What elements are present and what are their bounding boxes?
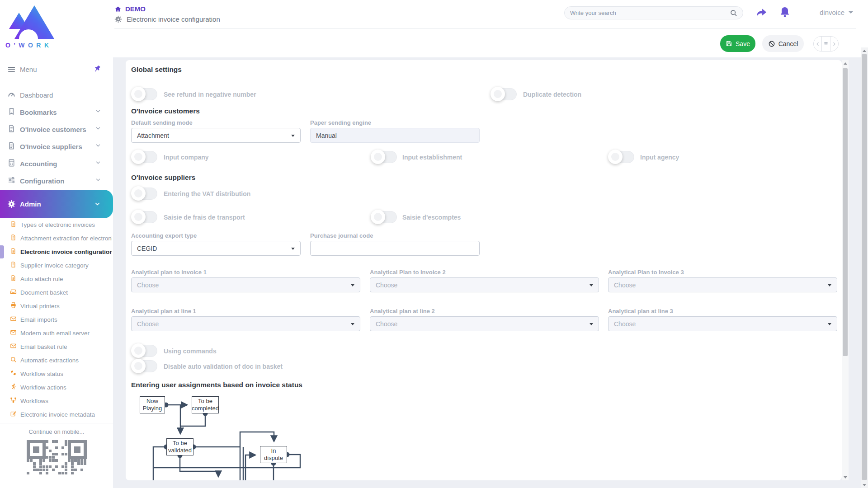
file-icon xyxy=(10,248,17,256)
admin-item-electronic-invoice-metadata[interactable]: Electronic invoice metadata xyxy=(0,408,113,421)
workflow-node-now-playing[interactable]: Now Playing xyxy=(140,396,165,413)
section-title-customers: O'Invoice customers xyxy=(131,107,200,115)
file-icon xyxy=(10,221,17,229)
app-window: O'WORK Menu Dashboard Bookmarks O'Invoic… xyxy=(0,0,868,488)
sidebar: O'WORK Menu Dashboard Bookmarks O'Invoic… xyxy=(0,0,113,488)
sidebar-menu-header[interactable]: Menu xyxy=(0,63,113,78)
section-title-workflow: Entering user assignments based on invoi… xyxy=(131,381,302,389)
input-establishment-toggle[interactable] xyxy=(372,151,397,163)
admin-item-email-imports[interactable]: Email imports xyxy=(0,313,113,326)
analytical-plan-line-3-select[interactable]: Choose xyxy=(608,316,837,331)
record-pager xyxy=(813,36,839,52)
input-company-toggle[interactable] xyxy=(132,151,157,163)
bookmark-icon xyxy=(7,107,16,117)
save-button[interactable]: Save xyxy=(720,35,755,52)
next-record-button[interactable] xyxy=(830,37,838,51)
discount-entry-toggle[interactable] xyxy=(372,211,397,223)
record-list-button[interactable] xyxy=(821,37,830,51)
admin-item-email-basket-rule[interactable]: Email basket rule xyxy=(0,340,113,353)
accounting-export-type-select[interactable]: CEGID xyxy=(131,241,301,256)
mobile-hint-label: Continue on mobile... xyxy=(0,428,113,435)
calculator-icon xyxy=(7,159,16,169)
envelope-icon xyxy=(10,343,17,351)
refund-negative-toggle[interactable] xyxy=(132,88,157,100)
select-caret-icon xyxy=(351,284,354,286)
gauge-icon xyxy=(7,90,16,100)
file-icon xyxy=(10,275,17,283)
transport-fees-toggle[interactable] xyxy=(132,211,157,223)
breadcrumb[interactable]: DEMO xyxy=(114,5,146,13)
cancel-button[interactable]: Cancel xyxy=(762,35,804,52)
bell-icon[interactable] xyxy=(778,6,791,19)
admin-item-attachment-extraction[interactable]: Attachment extraction for electroni xyxy=(0,232,113,245)
admin-item-workflows[interactable]: Workflows xyxy=(0,394,113,408)
brand-logo[interactable]: O'WORK xyxy=(5,3,58,50)
workflow-node-to-be-validated[interactable]: To be validated xyxy=(166,438,193,455)
sidebar-item-admin[interactable]: Admin xyxy=(0,190,113,218)
gear-icon xyxy=(7,200,16,210)
scrollbar-thumb[interactable] xyxy=(862,54,867,480)
scrollbar-thumb[interactable] xyxy=(843,68,848,356)
admin-item-supplier-invoice-category[interactable]: Supplier invoice category xyxy=(0,259,113,272)
sidebar-menu-label: Menu xyxy=(20,66,37,73)
admin-item-automatic-extractions[interactable]: Automatic extractions xyxy=(0,354,113,367)
sidebar-item-accounting[interactable]: Accounting xyxy=(0,155,113,172)
select-caret-icon xyxy=(351,323,354,325)
sidebar-item-configuration[interactable]: Configuration xyxy=(0,172,113,189)
window-scrollbar xyxy=(861,47,868,488)
chevron-down-icon xyxy=(95,177,101,185)
analytical-plan-line-1-select[interactable]: Choose xyxy=(131,316,360,331)
admin-item-types-of-electronic-invoices[interactable]: Types of electronic invoices xyxy=(0,218,113,231)
pin-icon[interactable] xyxy=(93,65,101,75)
chevron-down-icon xyxy=(95,108,101,116)
runner-icon xyxy=(10,383,17,392)
search-bar xyxy=(564,6,743,19)
topbar: DEMO Electronic invoice configuration di… xyxy=(113,0,861,57)
section-title-global: Global settings xyxy=(131,66,182,74)
paper-sending-engine-input[interactable] xyxy=(310,128,480,143)
sidebar-item-bookmarks[interactable]: Bookmarks xyxy=(0,103,113,121)
sidebar-divider xyxy=(0,82,113,82)
purchase-journal-code-input[interactable] xyxy=(310,241,480,256)
select-caret-icon xyxy=(590,284,593,286)
duplicate-detection-toggle[interactable] xyxy=(491,88,517,100)
page-title-row: Electronic invoice configuration xyxy=(114,15,220,23)
using-commands-toggle[interactable] xyxy=(132,345,157,357)
analytical-plan-invoice-1-select[interactable]: Choose xyxy=(131,277,360,292)
analytical-plan-line-2-select[interactable]: Choose xyxy=(370,316,599,331)
input-agency-toggle[interactable] xyxy=(609,151,634,163)
admin-item-virtual-printers[interactable]: Virtual printers xyxy=(0,300,113,313)
admin-item-auto-attach-rule[interactable]: Auto attach rule xyxy=(0,272,113,286)
admin-item-electronic-invoice-configuration[interactable]: Electronic invoice configuration xyxy=(0,245,113,258)
chevron-down-icon xyxy=(95,160,101,168)
vat-distribution-toggle[interactable] xyxy=(132,188,157,200)
analytical-plan-invoice-2-select[interactable]: Choose xyxy=(370,277,599,292)
admin-item-document-basket[interactable]: Document basket xyxy=(0,286,113,299)
previous-record-button[interactable] xyxy=(814,37,821,51)
workflow-node-to-be-completed[interactable]: To be completed xyxy=(192,396,219,413)
admin-item-workflow-status[interactable]: Workflow status xyxy=(0,367,113,380)
share-icon[interactable] xyxy=(755,6,768,19)
default-sending-mode-select[interactable]: Attachment xyxy=(131,128,301,143)
analytical-plan-invoice-3-select[interactable]: Choose xyxy=(608,277,837,292)
sidebar-item-oinvoice-suppliers[interactable]: O'Invoice suppliers xyxy=(0,138,113,155)
scroll-down-button[interactable] xyxy=(842,474,849,480)
admin-label: Admin xyxy=(20,200,41,208)
workflow-diagram: Now Playing To be completed To be valida… xyxy=(135,394,316,480)
user-menu[interactable]: dinvoice xyxy=(820,9,853,16)
scroll-up-button[interactable] xyxy=(842,60,849,66)
sidebar-item-oinvoice-customers[interactable]: O'Invoice customers xyxy=(0,121,113,138)
disable-auto-validation-toggle[interactable] xyxy=(132,360,157,372)
file-icon xyxy=(10,261,17,270)
search-input[interactable] xyxy=(570,9,730,16)
network-icon xyxy=(10,397,17,405)
admin-item-workflow-actions[interactable]: Workflow actions xyxy=(0,381,113,394)
select-caret-icon xyxy=(590,323,593,325)
scroll-down-button[interactable] xyxy=(861,482,868,488)
sidebar-item-dashboard[interactable]: Dashboard xyxy=(0,86,113,103)
workflow-node-in-dispute[interactable]: In dispute xyxy=(260,446,287,463)
search-icon[interactable] xyxy=(730,9,737,17)
header-divider xyxy=(114,28,856,29)
scroll-up-button[interactable] xyxy=(861,47,868,54)
admin-item-modern-auth-email-server[interactable]: Modern auth email server xyxy=(0,327,113,340)
